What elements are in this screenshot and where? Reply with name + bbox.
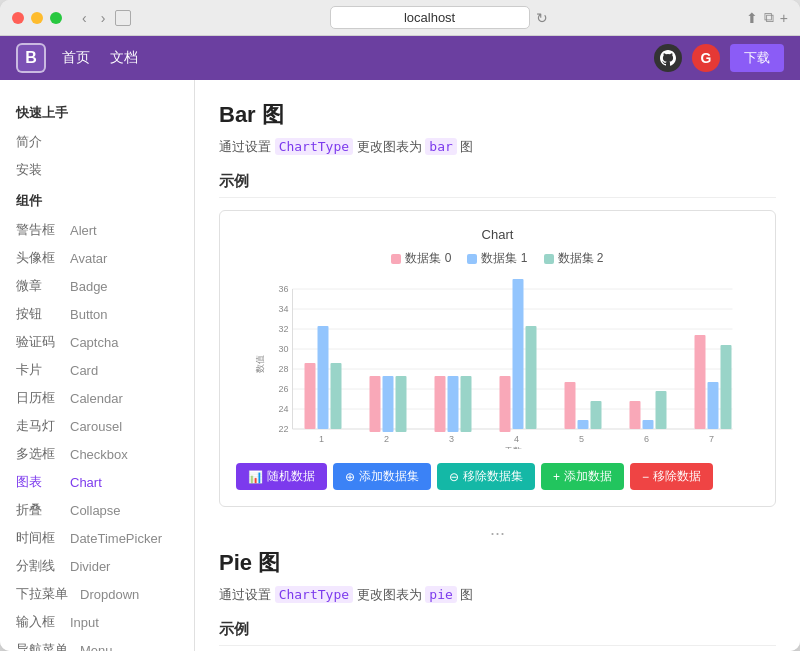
bar-example-label: 示例 [219, 172, 776, 198]
add-data-icon: + [553, 470, 560, 484]
svg-rect-32 [591, 401, 602, 429]
remove-dataset-icon: ⊖ [449, 470, 459, 484]
main-layout: 快速上手 简介 安装 组件 警告框 Alert 头像框 Avatar 微章 Ba… [0, 80, 800, 651]
legend-color-0 [391, 254, 401, 264]
svg-text:数值: 数值 [255, 355, 265, 373]
legend-item-0: 数据集 0 [391, 250, 451, 267]
sidebar: 快速上手 简介 安装 组件 警告框 Alert 头像框 Avatar 微章 Ba… [0, 80, 195, 651]
back-button[interactable]: ‹ [78, 8, 91, 28]
minimize-button[interactable] [31, 12, 43, 24]
svg-text:4: 4 [514, 434, 519, 444]
sidebar-item-input[interactable]: 输入框 Input [0, 608, 194, 636]
svg-rect-31 [578, 420, 589, 429]
add-button[interactable]: + [780, 9, 788, 26]
add-dataset-icon: ⊕ [345, 470, 355, 484]
remove-dataset-button[interactable]: ⊖ 移除数据集 [437, 463, 535, 490]
legend-label-1: 数据集 1 [481, 250, 527, 267]
svg-text:36: 36 [278, 284, 288, 294]
add-data-button[interactable]: + 添加数据 [541, 463, 624, 490]
pie-example-label: 示例 [219, 620, 776, 646]
titlebar: ‹ › localhost ↻ ⬆ ⧉ + [0, 0, 800, 36]
svg-rect-22 [383, 376, 394, 432]
sidebar-item-card[interactable]: 卡片 Card [0, 356, 194, 384]
url-bar-area: localhost ↻ [131, 6, 745, 29]
svg-text:天数: 天数 [504, 446, 522, 449]
sidebar-item-dropdown[interactable]: 下拉菜单 Dropdown [0, 580, 194, 608]
svg-rect-18 [305, 363, 316, 429]
remove-data-label: 移除数据 [653, 468, 701, 485]
svg-text:7: 7 [709, 434, 714, 444]
svg-text:26: 26 [278, 384, 288, 394]
close-button[interactable] [12, 12, 24, 24]
svg-text:30: 30 [278, 344, 288, 354]
remove-data-button[interactable]: − 移除数据 [630, 463, 713, 490]
bar-chart-svg: 36 34 32 30 28 26 24 22 数值 [236, 279, 759, 449]
app-window: ‹ › localhost ↻ ⬆ ⧉ + B 首页 文档 G 下载 [0, 0, 800, 651]
github-icon[interactable] [654, 44, 682, 72]
g-icon[interactable]: G [692, 44, 720, 72]
legend-label-0: 数据集 0 [405, 250, 451, 267]
svg-text:2: 2 [384, 434, 389, 444]
svg-rect-23 [396, 376, 407, 432]
sidebar-item-divider[interactable]: 分割线 Divider [0, 552, 194, 580]
sidebar-item-calendar[interactable]: 日历框 Calendar [0, 384, 194, 412]
sidebar-item-avatar[interactable]: 头像框 Avatar [0, 244, 194, 272]
svg-rect-38 [721, 345, 732, 429]
sidebar-item-datetimepicker[interactable]: 时间框 DateTimePicker [0, 524, 194, 552]
chart-buttons: 📊 随机数据 ⊕ 添加数据集 ⊖ 移除数据集 + 添加数据 [236, 463, 759, 490]
chart-legend: 数据集 0 数据集 1 数据集 2 [236, 250, 759, 267]
svg-rect-27 [500, 376, 511, 432]
sidebar-item-badge[interactable]: 微章 Badge [0, 272, 194, 300]
svg-text:1: 1 [319, 434, 324, 444]
svg-rect-25 [448, 376, 459, 432]
sidebar-item-intro[interactable]: 简介 [0, 128, 194, 156]
svg-rect-19 [318, 326, 329, 429]
url-input[interactable]: localhost [330, 6, 530, 29]
titlebar-actions: ⬆ ⧉ + [746, 9, 788, 26]
legend-color-2 [544, 254, 554, 264]
new-tab-button[interactable]: ⧉ [764, 9, 774, 26]
app-logo: B [16, 43, 46, 73]
browser-nav: ‹ › [78, 8, 131, 28]
svg-rect-30 [565, 382, 576, 429]
legend-label-2: 数据集 2 [558, 250, 604, 267]
pie-section-title: Pie 图 [219, 548, 776, 578]
remove-data-icon: − [642, 470, 649, 484]
add-dataset-button[interactable]: ⊕ 添加数据集 [333, 463, 431, 490]
sidebar-section-components: 组件 [0, 184, 194, 216]
bar-section-desc: 通过设置 ChartType 更改图表为 bar 图 [219, 138, 776, 156]
bar-section-title: Bar 图 [219, 100, 776, 130]
sidebar-item-collapse[interactable]: 折叠 Collapse [0, 496, 194, 524]
svg-text:34: 34 [278, 304, 288, 314]
nav-docs[interactable]: 文档 [110, 49, 138, 67]
share-button[interactable]: ⬆ [746, 9, 758, 26]
chart-title: Chart [236, 227, 759, 242]
sidebar-item-button[interactable]: 按钮 Button [0, 300, 194, 328]
sidebar-item-menu[interactable]: 导航菜单 Menu [0, 636, 194, 651]
svg-rect-36 [695, 335, 706, 429]
nav-home[interactable]: 首页 [62, 49, 90, 67]
svg-rect-29 [526, 326, 537, 429]
legend-item-1: 数据集 1 [467, 250, 527, 267]
svg-rect-28 [513, 279, 524, 429]
sidebar-item-captcha[interactable]: 验证码 Captcha [0, 328, 194, 356]
app-nav: 首页 文档 [62, 49, 138, 67]
sidebar-item-alert[interactable]: 警告框 Alert [0, 216, 194, 244]
maximize-button[interactable] [50, 12, 62, 24]
download-button[interactable]: 下载 [730, 44, 784, 72]
svg-rect-33 [630, 401, 641, 429]
svg-rect-21 [370, 376, 381, 432]
sidebar-item-checkbox[interactable]: 多选框 Checkbox [0, 440, 194, 468]
svg-rect-34 [643, 420, 654, 429]
window-controls [12, 12, 62, 24]
remove-dataset-label: 移除数据集 [463, 468, 523, 485]
reload-button[interactable]: ↻ [536, 10, 548, 26]
forward-button[interactable]: › [97, 8, 110, 28]
tab-view-button[interactable] [115, 10, 131, 26]
sidebar-item-install[interactable]: 安装 [0, 156, 194, 184]
svg-text:3: 3 [449, 434, 454, 444]
sidebar-item-chart[interactable]: 图表 Chart [0, 468, 194, 496]
svg-rect-26 [461, 376, 472, 432]
sidebar-item-carousel[interactable]: 走马灯 Carousel [0, 412, 194, 440]
random-data-button[interactable]: 📊 随机数据 [236, 463, 327, 490]
